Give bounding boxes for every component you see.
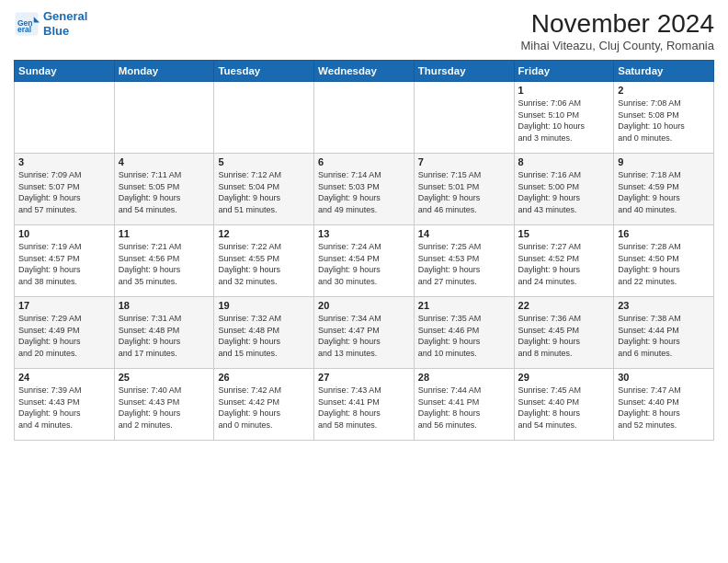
day-number: 5 <box>218 156 310 167</box>
week-row-4: 17Sunrise: 7:29 AM Sunset: 4:49 PM Dayli… <box>15 297 714 369</box>
day-cell-1-6: 1Sunrise: 7:06 AM Sunset: 5:10 PM Daylig… <box>514 82 614 154</box>
day-number: 16 <box>618 228 710 239</box>
day-cell-1-7: 2Sunrise: 7:08 AM Sunset: 5:08 PM Daylig… <box>614 82 714 154</box>
day-cell-3-6: 15Sunrise: 7:27 AM Sunset: 4:52 PM Dayli… <box>514 225 614 297</box>
day-cell-2-6: 8Sunrise: 7:16 AM Sunset: 5:00 PM Daylig… <box>514 154 614 225</box>
day-info: Sunrise: 7:28 AM Sunset: 4:50 PM Dayligh… <box>618 241 710 287</box>
day-cell-3-4: 13Sunrise: 7:24 AM Sunset: 4:54 PM Dayli… <box>314 225 415 297</box>
day-number: 13 <box>318 228 410 239</box>
day-number: 30 <box>618 372 710 383</box>
day-number: 11 <box>119 228 210 239</box>
day-cell-3-3: 12Sunrise: 7:22 AM Sunset: 4:55 PM Dayli… <box>214 225 314 297</box>
day-info: Sunrise: 7:31 AM Sunset: 4:48 PM Dayligh… <box>119 313 210 359</box>
day-cell-1-5 <box>414 82 514 154</box>
day-number: 10 <box>18 228 110 239</box>
day-cell-2-3: 5Sunrise: 7:12 AM Sunset: 5:04 PM Daylig… <box>214 154 314 225</box>
day-info: Sunrise: 7:18 AM Sunset: 4:59 PM Dayligh… <box>618 169 710 215</box>
day-cell-2-1: 3Sunrise: 7:09 AM Sunset: 5:07 PM Daylig… <box>15 154 115 225</box>
day-cell-5-7: 30Sunrise: 7:47 AM Sunset: 4:40 PM Dayli… <box>614 369 714 441</box>
week-row-3: 10Sunrise: 7:19 AM Sunset: 4:57 PM Dayli… <box>15 225 714 297</box>
col-thursday: Thursday <box>414 61 514 82</box>
day-cell-3-2: 11Sunrise: 7:21 AM Sunset: 4:56 PM Dayli… <box>114 225 214 297</box>
day-info: Sunrise: 7:43 AM Sunset: 4:41 PM Dayligh… <box>318 385 410 431</box>
day-info: Sunrise: 7:35 AM Sunset: 4:46 PM Dayligh… <box>418 313 510 359</box>
day-number: 18 <box>119 300 210 311</box>
col-wednesday: Wednesday <box>314 61 415 82</box>
day-cell-1-3 <box>214 82 314 154</box>
day-info: Sunrise: 7:22 AM Sunset: 4:55 PM Dayligh… <box>218 241 310 287</box>
day-info: Sunrise: 7:29 AM Sunset: 4:49 PM Dayligh… <box>18 313 110 359</box>
day-cell-2-5: 7Sunrise: 7:15 AM Sunset: 5:01 PM Daylig… <box>414 154 514 225</box>
col-saturday: Saturday <box>614 61 714 82</box>
day-cell-5-3: 26Sunrise: 7:42 AM Sunset: 4:42 PM Dayli… <box>214 369 314 441</box>
day-number: 15 <box>518 228 610 239</box>
day-info: Sunrise: 7:36 AM Sunset: 4:45 PM Dayligh… <box>518 313 610 359</box>
day-number: 29 <box>518 372 610 383</box>
day-info: Sunrise: 7:12 AM Sunset: 5:04 PM Dayligh… <box>218 169 310 215</box>
day-cell-4-3: 19Sunrise: 7:32 AM Sunset: 4:48 PM Dayli… <box>214 297 314 369</box>
svg-text:eral: eral <box>17 25 31 34</box>
day-number: 9 <box>618 156 710 167</box>
day-info: Sunrise: 7:15 AM Sunset: 5:01 PM Dayligh… <box>418 169 510 215</box>
day-cell-4-5: 21Sunrise: 7:35 AM Sunset: 4:46 PM Dayli… <box>414 297 514 369</box>
col-tuesday: Tuesday <box>214 61 314 82</box>
day-number: 1 <box>518 85 610 96</box>
day-info: Sunrise: 7:38 AM Sunset: 4:44 PM Dayligh… <box>618 313 710 359</box>
day-cell-4-6: 22Sunrise: 7:36 AM Sunset: 4:45 PM Dayli… <box>514 297 614 369</box>
day-number: 2 <box>618 85 710 96</box>
day-cell-5-2: 25Sunrise: 7:40 AM Sunset: 4:43 PM Dayli… <box>114 369 214 441</box>
day-number: 19 <box>218 300 310 311</box>
day-cell-4-1: 17Sunrise: 7:29 AM Sunset: 4:49 PM Dayli… <box>15 297 115 369</box>
day-info: Sunrise: 7:42 AM Sunset: 4:42 PM Dayligh… <box>218 385 310 431</box>
day-number: 14 <box>418 228 510 239</box>
day-number: 24 <box>18 372 110 383</box>
day-cell-2-7: 9Sunrise: 7:18 AM Sunset: 4:59 PM Daylig… <box>614 154 714 225</box>
day-cell-3-7: 16Sunrise: 7:28 AM Sunset: 4:50 PM Dayli… <box>614 225 714 297</box>
day-cell-5-4: 27Sunrise: 7:43 AM Sunset: 4:41 PM Dayli… <box>314 369 415 441</box>
day-info: Sunrise: 7:09 AM Sunset: 5:07 PM Dayligh… <box>18 169 110 215</box>
header: Gen eral General Blue November 2024 Miha… <box>14 9 714 52</box>
day-number: 17 <box>18 300 110 311</box>
day-info: Sunrise: 7:19 AM Sunset: 4:57 PM Dayligh… <box>18 241 110 287</box>
day-number: 4 <box>119 156 210 167</box>
day-cell-5-1: 24Sunrise: 7:39 AM Sunset: 4:43 PM Dayli… <box>15 369 115 441</box>
day-number: 21 <box>418 300 510 311</box>
week-row-5: 24Sunrise: 7:39 AM Sunset: 4:43 PM Dayli… <box>15 369 714 441</box>
day-cell-1-4 <box>314 82 415 154</box>
col-sunday: Sunday <box>15 61 115 82</box>
week-row-2: 3Sunrise: 7:09 AM Sunset: 5:07 PM Daylig… <box>15 154 714 225</box>
title-block: November 2024 Mihai Viteazu, Cluj County… <box>520 9 714 52</box>
day-number: 28 <box>418 372 510 383</box>
day-info: Sunrise: 7:27 AM Sunset: 4:52 PM Dayligh… <box>518 241 610 287</box>
day-number: 8 <box>518 156 610 167</box>
day-cell-3-5: 14Sunrise: 7:25 AM Sunset: 4:53 PM Dayli… <box>414 225 514 297</box>
day-info: Sunrise: 7:44 AM Sunset: 4:41 PM Dayligh… <box>418 385 510 431</box>
day-cell-1-2 <box>114 82 214 154</box>
day-number: 22 <box>518 300 610 311</box>
day-info: Sunrise: 7:39 AM Sunset: 4:43 PM Dayligh… <box>18 385 110 431</box>
day-number: 3 <box>18 156 110 167</box>
day-number: 23 <box>618 300 710 311</box>
day-number: 25 <box>119 372 210 383</box>
day-info: Sunrise: 7:24 AM Sunset: 4:54 PM Dayligh… <box>318 241 410 287</box>
day-info: Sunrise: 7:14 AM Sunset: 5:03 PM Dayligh… <box>318 169 410 215</box>
day-info: Sunrise: 7:40 AM Sunset: 4:43 PM Dayligh… <box>119 385 210 431</box>
calendar: Sunday Monday Tuesday Wednesday Thursday… <box>14 60 714 441</box>
day-info: Sunrise: 7:32 AM Sunset: 4:48 PM Dayligh… <box>218 313 310 359</box>
day-cell-2-2: 4Sunrise: 7:11 AM Sunset: 5:05 PM Daylig… <box>114 154 214 225</box>
day-info: Sunrise: 7:34 AM Sunset: 4:47 PM Dayligh… <box>318 313 410 359</box>
day-cell-4-2: 18Sunrise: 7:31 AM Sunset: 4:48 PM Dayli… <box>114 297 214 369</box>
day-cell-1-1 <box>15 82 115 154</box>
day-cell-2-4: 6Sunrise: 7:14 AM Sunset: 5:03 PM Daylig… <box>314 154 415 225</box>
day-number: 7 <box>418 156 510 167</box>
day-info: Sunrise: 7:25 AM Sunset: 4:53 PM Dayligh… <box>418 241 510 287</box>
day-info: Sunrise: 7:08 AM Sunset: 5:08 PM Dayligh… <box>618 98 710 144</box>
location: Mihai Viteazu, Cluj County, Romania <box>520 39 714 52</box>
day-info: Sunrise: 7:06 AM Sunset: 5:10 PM Dayligh… <box>518 98 610 144</box>
day-number: 26 <box>218 372 310 383</box>
header-row: Sunday Monday Tuesday Wednesday Thursday… <box>15 61 714 82</box>
day-number: 27 <box>318 372 410 383</box>
week-row-1: 1Sunrise: 7:06 AM Sunset: 5:10 PM Daylig… <box>15 82 714 154</box>
day-cell-4-7: 23Sunrise: 7:38 AM Sunset: 4:44 PM Dayli… <box>614 297 714 369</box>
day-cell-5-5: 28Sunrise: 7:44 AM Sunset: 4:41 PM Dayli… <box>414 369 514 441</box>
